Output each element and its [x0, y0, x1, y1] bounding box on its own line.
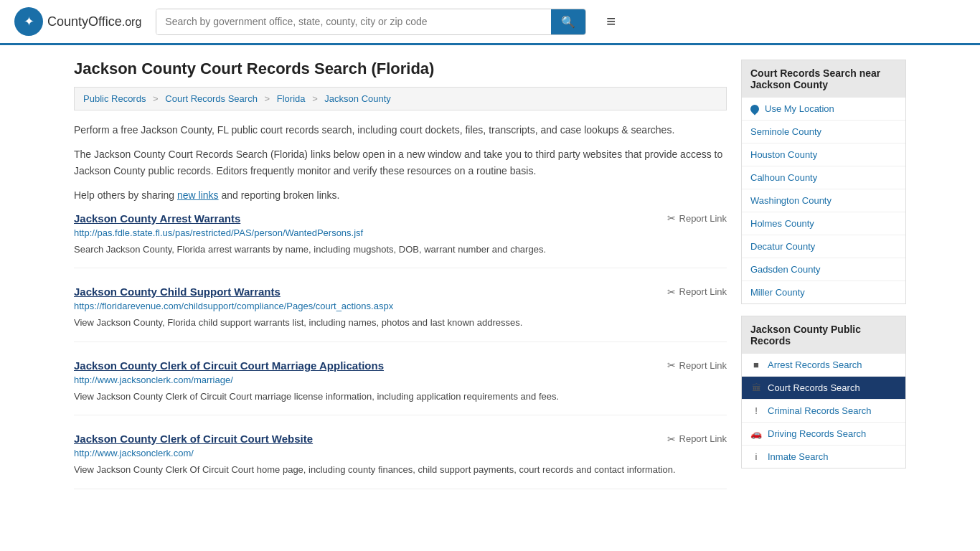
nearby-title: Court Records Search near Jackson County [742, 60, 905, 98]
scissors-icon-2: ✂ [667, 359, 676, 371]
pr-icon-1: 🏛 [750, 382, 762, 393]
menu-button[interactable]: ≡ [600, 9, 621, 34]
logo-icon: ✦ [14, 7, 43, 36]
desc-paragraph-2: The Jackson County Court Records Search … [74, 146, 727, 179]
pr-icon-3: 🚗 [750, 428, 762, 439]
desc-paragraph-3: Help others by sharing new links and rep… [74, 187, 727, 203]
result-header-0: Jackson County Arrest Warrants ✂ Report … [74, 212, 727, 225]
scissors-icon-0: ✂ [667, 212, 676, 224]
pr-label-2: Criminal Records Search [768, 405, 872, 416]
public-record-item-4[interactable]: i Inmate Search [742, 446, 905, 468]
result-card-2: Jackson County Clerk of Circuit Court Ma… [74, 359, 727, 416]
logo-text: CountyOffice.org [47, 14, 141, 29]
pr-icon-2: ! [750, 405, 762, 416]
nearby-county-7[interactable]: Miller County [742, 281, 905, 303]
nearby-county-2[interactable]: Calhoun County [742, 166, 905, 189]
logo[interactable]: ✦ CountyOffice.org [14, 7, 141, 36]
use-my-location[interactable]: Use My Location [742, 98, 905, 121]
result-title-1[interactable]: Jackson County Child Support Warrants [74, 286, 281, 298]
breadcrumb-jackson-county[interactable]: Jackson County [324, 93, 391, 104]
result-card-0: Jackson County Arrest Warrants ✂ Report … [74, 212, 727, 269]
breadcrumb-florida[interactable]: Florida [277, 93, 306, 104]
pr-label-4: Inmate Search [768, 451, 829, 462]
public-records-section: Jackson County Public Records ■ Arrest R… [741, 316, 906, 468]
report-link-2[interactable]: ✂ Report Link [667, 359, 727, 371]
header: ✦ CountyOffice.org 🔍 ≡ [0, 0, 980, 45]
scissors-icon-3: ✂ [667, 433, 676, 445]
result-header-1: Jackson County Child Support Warrants ✂ … [74, 286, 727, 298]
public-record-item-2[interactable]: ! Criminal Records Search [742, 400, 905, 423]
use-my-location-label: Use My Location [765, 103, 834, 114]
result-desc-0: Search Jackson County, Florida arrest wa… [74, 242, 727, 257]
search-input[interactable] [156, 9, 551, 34]
result-url-0[interactable]: http://pas.fdle.state.fl.us/pas/restrict… [74, 227, 727, 238]
nearby-counties-list: Seminole CountyHouston CountyCalhoun Cou… [742, 121, 905, 303]
public-record-item-0[interactable]: ■ Arrest Records Search [742, 354, 905, 377]
result-desc-2: View Jackson County Clerk of Circuit Cou… [74, 390, 727, 404]
new-links-link[interactable]: new links [177, 189, 219, 201]
breadcrumb-public-records[interactable]: Public Records [83, 93, 146, 104]
result-desc-3: View Jackson County Clerk Of Circuit Cou… [74, 463, 727, 477]
breadcrumb-sep3: > [312, 93, 318, 104]
report-link-label-1: Report Link [679, 286, 727, 297]
nearby-county-0[interactable]: Seminole County [742, 121, 905, 143]
result-url-2[interactable]: http://www.jacksonclerk.com/marriage/ [74, 375, 727, 385]
content-area: Jackson County Court Records Search (Flo… [74, 60, 727, 507]
result-url-1[interactable]: https://floridarevenue.com/childsupport/… [74, 301, 727, 311]
main-container: Jackson County Court Records Search (Flo… [60, 45, 920, 521]
nearby-county-6[interactable]: Gadsden County [742, 258, 905, 281]
desc-paragraph-1: Perform a free Jackson County, FL public… [74, 122, 727, 138]
report-link-1[interactable]: ✂ Report Link [667, 286, 727, 298]
result-title-0[interactable]: Jackson County Arrest Warrants [74, 212, 240, 225]
breadcrumb-sep2: > [265, 93, 270, 104]
report-link-3[interactable]: ✂ Report Link [667, 433, 727, 445]
pr-icon-0: ■ [750, 359, 762, 370]
result-url-3[interactable]: http://www.jacksonclerk.com/ [74, 448, 727, 458]
public-record-item-3[interactable]: 🚗 Driving Records Search [742, 423, 905, 446]
result-title-3[interactable]: Jackson County Clerk of Circuit Court We… [74, 433, 313, 445]
result-card-1: Jackson County Child Support Warrants ✂ … [74, 286, 727, 342]
result-header-3: Jackson County Clerk of Circuit Court We… [74, 433, 727, 445]
results-list: Jackson County Arrest Warrants ✂ Report … [74, 212, 727, 489]
scissors-icon-1: ✂ [667, 286, 676, 298]
search-button[interactable]: 🔍 [551, 9, 585, 34]
nearby-county-3[interactable]: Washington County [742, 189, 905, 212]
pr-label-1: Court Records Search [768, 382, 860, 393]
pr-label-3: Driving Records Search [768, 428, 866, 439]
result-desc-1: View Jackson County, Florida child suppo… [74, 316, 727, 330]
pr-label-0: Arrest Records Search [768, 359, 862, 370]
page-title: Jackson County Court Records Search (Flo… [74, 60, 727, 78]
result-header-2: Jackson County Clerk of Circuit Court Ma… [74, 359, 727, 372]
report-link-0[interactable]: ✂ Report Link [667, 212, 727, 224]
breadcrumb-sep1: > [153, 93, 159, 104]
location-pin-icon [749, 103, 761, 115]
public-records-title: Jackson County Public Records [742, 316, 905, 354]
sidebar: Court Records Search near Jackson County… [741, 60, 906, 507]
nearby-section: Court Records Search near Jackson County… [741, 60, 906, 304]
breadcrumb-court-records[interactable]: Court Records Search [165, 93, 258, 104]
nearby-county-5[interactable]: Decatur County [742, 235, 905, 258]
pr-icon-4: i [750, 451, 762, 462]
nearby-county-4[interactable]: Holmes County [742, 212, 905, 235]
result-title-2[interactable]: Jackson County Clerk of Circuit Court Ma… [74, 359, 384, 372]
search-bar: 🔍 [156, 9, 586, 35]
nearby-county-1[interactable]: Houston County [742, 143, 905, 166]
report-link-label-0: Report Link [679, 213, 727, 224]
public-record-item-1[interactable]: 🏛 Court Records Search [742, 377, 905, 400]
report-link-label-3: Report Link [679, 433, 727, 444]
report-link-label-2: Report Link [679, 360, 727, 371]
breadcrumb: Public Records > Court Records Search > … [74, 87, 727, 110]
public-records-list: ■ Arrest Records Search 🏛 Court Records … [742, 354, 905, 468]
result-card-3: Jackson County Clerk of Circuit Court We… [74, 433, 727, 489]
